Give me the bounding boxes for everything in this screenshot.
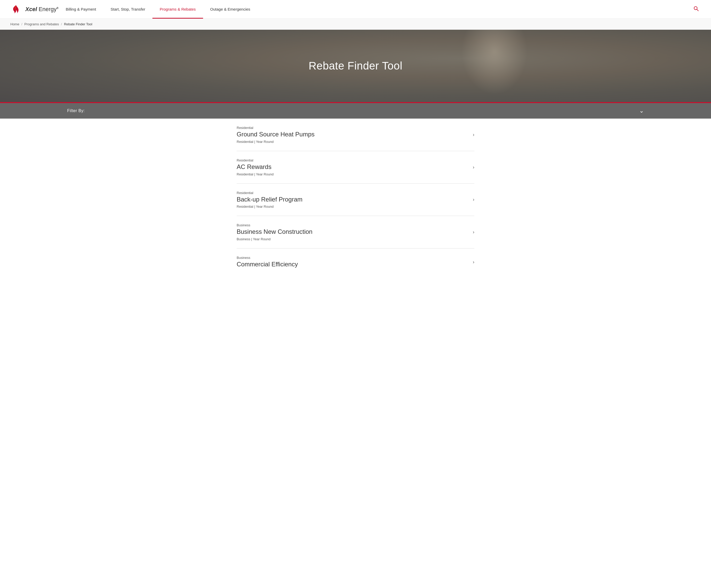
chevron-right-icon-0: ›	[473, 132, 474, 137]
rebate-item-1[interactable]: Residential AC Rewards Residential | Yea…	[237, 151, 474, 184]
filter-label: Filter By:	[67, 109, 85, 113]
rebate-meta-3: Business | Year Round	[237, 237, 313, 241]
rebate-item-3[interactable]: Business Business New Construction Busin…	[237, 216, 474, 248]
breadcrumb-sep-2: /	[61, 22, 62, 26]
logo-link[interactable]: Xcel Energy®	[10, 4, 58, 15]
chevron-right-icon-3: ›	[473, 230, 474, 235]
chevron-right-icon-4: ›	[473, 259, 474, 265]
site-header: Xcel Energy® Billing & Payment Start, St…	[0, 0, 711, 19]
chevron-right-icon-2: ›	[473, 197, 474, 202]
rebate-info-3: Business Business New Construction Busin…	[237, 223, 313, 241]
chevron-right-icon-1: ›	[473, 165, 474, 170]
rebate-info-2: Residential Back-up Relief Program Resid…	[237, 191, 303, 209]
hero-section: Rebate Finder Tool	[0, 30, 711, 102]
hero-title: Rebate Finder Tool	[308, 60, 402, 72]
rebate-list: Residential Ground Source Heat Pumps Res…	[237, 118, 474, 276]
rebate-meta-0: Residential | Year Round	[237, 140, 315, 144]
breadcrumb: Home / Programs and Rebates / Rebate Fin…	[0, 19, 711, 30]
rebate-meta-2: Residential | Year Round	[237, 204, 303, 209]
nav-start-stop[interactable]: Start, Stop, Transfer	[103, 0, 152, 19]
rebate-info-1: Residential AC Rewards Residential | Yea…	[237, 158, 274, 176]
nav-outage[interactable]: Outage & Emergencies	[203, 0, 258, 19]
search-button[interactable]	[691, 4, 701, 15]
rebate-category-0: Residential	[237, 126, 315, 130]
rebate-info-4: Business Commercial Efficiency	[237, 256, 298, 268]
nav-programs[interactable]: Programs & Rebates	[152, 0, 203, 19]
rebate-category-2: Residential	[237, 191, 303, 195]
breadcrumb-programs[interactable]: Programs and Rebates	[24, 22, 59, 26]
nav-billing[interactable]: Billing & Payment	[58, 0, 103, 19]
rebate-item-0[interactable]: Residential Ground Source Heat Pumps Res…	[237, 118, 474, 151]
rebate-title-4: Commercial Efficiency	[237, 261, 298, 268]
rebate-content: Residential Ground Source Heat Pumps Res…	[232, 118, 479, 276]
rebate-item-4[interactable]: Business Commercial Efficiency ›	[237, 248, 474, 276]
rebate-info-0: Residential Ground Source Heat Pumps Res…	[237, 126, 315, 144]
breadcrumb-home[interactable]: Home	[10, 22, 19, 26]
logo-text: Xcel Energy®	[25, 6, 58, 13]
rebate-item-2[interactable]: Residential Back-up Relief Program Resid…	[237, 184, 474, 216]
rebate-meta-1: Residential | Year Round	[237, 172, 274, 176]
chevron-down-icon: ⌄	[639, 108, 644, 114]
rebate-category-4: Business	[237, 256, 298, 260]
breadcrumb-current: Rebate Finder Tool	[64, 22, 92, 26]
rebate-category-3: Business	[237, 223, 313, 227]
svg-line-2	[697, 9, 698, 11]
search-icon	[693, 6, 698, 11]
logo-icon	[10, 4, 22, 15]
rebate-title-1: AC Rewards	[237, 163, 274, 171]
breadcrumb-sep-1: /	[21, 22, 22, 26]
filter-bar[interactable]: Filter By: ⌄	[0, 103, 711, 118]
rebate-title-0: Ground Source Heat Pumps	[237, 131, 315, 138]
main-nav: Billing & Payment Start, Stop, Transfer …	[58, 0, 691, 19]
rebate-category-1: Residential	[237, 158, 274, 162]
rebate-title-3: Business New Construction	[237, 228, 313, 236]
rebate-title-2: Back-up Relief Program	[237, 196, 303, 203]
hero-image-effect	[456, 30, 533, 102]
